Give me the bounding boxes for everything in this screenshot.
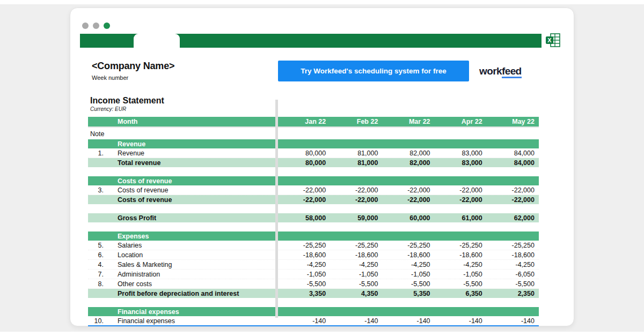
value-cell[interactable]: -22,000 — [487, 186, 539, 194]
value-cell[interactable]: -5,500 — [382, 280, 434, 288]
value-cell[interactable]: -140 — [487, 317, 539, 325]
value-cell[interactable]: -140 — [382, 317, 434, 325]
total-label-cell[interactable]: Profit before depreciation and interest — [88, 289, 278, 298]
value-cell[interactable]: -6,050 — [487, 271, 539, 278]
value-cell[interactable]: -4,250 — [382, 261, 434, 268]
value-cell[interactable]: -4,250 — [487, 261, 539, 268]
workfeed-cta-button[interactable]: Try Workfeed's scheduling system for fre… — [278, 61, 469, 81]
item-label-cell[interactable]: 3.Costs of revenue — [88, 185, 278, 195]
spacer-row — [88, 204, 539, 213]
total-label-cell[interactable]: Gross Profit — [88, 213, 278, 222]
month-header-label[interactable]: Month — [88, 118, 278, 125]
value-cell[interactable]: -25,250 — [330, 242, 382, 249]
month-header-cell[interactable]: Mar 22 — [382, 118, 434, 125]
value-cell[interactable]: -1,050 — [382, 271, 434, 278]
value-cell[interactable]: -140 — [278, 317, 330, 325]
value-cell[interactable]: -22,000 — [382, 186, 434, 194]
value-cell[interactable]: 80,000 — [278, 150, 330, 157]
value-cell[interactable]: -25,250 — [382, 242, 434, 249]
value-cell[interactable]: -4,250 — [278, 261, 330, 268]
currency-note: Currency: EUR — [90, 106, 539, 112]
value-cell[interactable]: -22,000 — [382, 196, 434, 204]
value-cell[interactable]: -18,600 — [278, 251, 330, 259]
total-label-cell[interactable]: Costs of revenue — [88, 195, 278, 204]
value-cell[interactable]: 59,000 — [330, 214, 382, 222]
section-header-label[interactable]: Financial expenses — [88, 308, 539, 316]
value-cell[interactable]: -5,500 — [435, 280, 487, 288]
value-cell[interactable]: 80,000 — [278, 159, 330, 167]
value-cell[interactable]: -18,600 — [487, 251, 539, 259]
value-cell[interactable]: -1,050 — [435, 271, 487, 278]
total-row: Gross Profit58,00059,00060,00061,00062,0… — [88, 213, 539, 222]
value-cell[interactable]: -25,250 — [435, 242, 487, 249]
value-cell[interactable]: -4,250 — [330, 261, 382, 268]
value-cell[interactable]: -22,000 — [435, 186, 487, 194]
item-label-cell[interactable]: 10.Financial expenses — [88, 316, 278, 325]
value-cell[interactable]: -22,000 — [435, 196, 487, 204]
spacer-row — [88, 167, 539, 176]
value-cell[interactable]: 83,000 — [435, 150, 487, 157]
value-cell[interactable]: -5,500 — [487, 280, 539, 288]
row-label: Revenue — [118, 150, 144, 157]
item-label-cell[interactable]: 4.Sales & Marketing — [88, 260, 278, 269]
value-cell[interactable]: -140 — [435, 317, 487, 325]
value-cell[interactable]: -25,250 — [487, 242, 539, 249]
value-cell[interactable]: 62,000 — [487, 214, 539, 222]
value-cell[interactable]: -22,000 — [278, 186, 330, 194]
value-cell[interactable]: 58,000 — [278, 214, 330, 222]
month-header-cell[interactable]: Jan 22 — [278, 118, 330, 125]
value-cell[interactable]: 2,350 — [487, 290, 539, 297]
item-row: 5.Salaries-25,250-25,250-25,250-25,250-2… — [88, 241, 539, 250]
value-cell[interactable]: 4,350 — [330, 290, 382, 297]
value-cell[interactable]: 6,350 — [435, 290, 487, 297]
item-label-cell[interactable]: 8.Other costs — [88, 279, 278, 288]
section-header-label[interactable]: Expenses — [88, 233, 539, 240]
value-cell[interactable]: 84,000 — [487, 150, 539, 157]
value-cell[interactable]: 82,000 — [382, 150, 434, 157]
value-cell[interactable]: -22,000 — [278, 196, 330, 204]
month-header-cell[interactable]: Feb 22 — [330, 118, 382, 125]
section-row: Financial expenses — [88, 307, 539, 316]
value-cell[interactable]: 3,350 — [278, 290, 330, 297]
item-label-cell[interactable]: 5.Salaries — [88, 241, 278, 250]
value-cell[interactable]: -1,050 — [330, 271, 382, 278]
company-block: <Company Name> Week number — [92, 61, 174, 81]
section-header-label[interactable]: Costs of revenue — [88, 177, 539, 185]
section-header-label[interactable]: Revenue — [88, 140, 539, 148]
value-cell[interactable]: -5,500 — [278, 280, 330, 288]
value-cell[interactable]: 82,000 — [382, 159, 434, 167]
item-label-cell[interactable]: 7.Administration — [88, 270, 278, 279]
value-cell[interactable]: 83,000 — [435, 159, 487, 167]
value-cell[interactable]: 5,350 — [382, 290, 434, 297]
value-cell[interactable]: 61,000 — [435, 214, 487, 222]
window-dot-icon[interactable] — [104, 23, 110, 29]
value-cell[interactable]: -18,600 — [330, 251, 382, 259]
value-cell[interactable]: 84,000 — [487, 159, 539, 167]
window-dot-icon[interactable] — [82, 23, 89, 29]
value-cell[interactable]: -140 — [330, 317, 382, 325]
value-cell[interactable]: -1,050 — [278, 271, 330, 278]
value-cell[interactable]: -18,600 — [435, 251, 487, 259]
workfeed-logo-prefix: work — [479, 65, 502, 77]
value-cell[interactable]: -22,000 — [330, 186, 382, 194]
value-cell[interactable]: -5,500 — [330, 280, 382, 288]
value-cell[interactable]: -18,600 — [382, 251, 434, 259]
sheet-tab[interactable] — [134, 34, 180, 48]
value-cell[interactable]: -25,250 — [278, 242, 330, 249]
month-header-cell[interactable]: Apr 22 — [435, 118, 487, 125]
note-number: 8. — [91, 280, 104, 288]
value-cell[interactable]: 81,000 — [330, 150, 382, 157]
value-cell[interactable]: 60,000 — [382, 214, 434, 222]
month-header-cell[interactable]: May 22 — [487, 118, 539, 125]
value-cell[interactable]: 81,000 — [330, 159, 382, 167]
total-row: Total revenue80,00081,00082,00083,00084,… — [88, 158, 539, 167]
item-label-cell[interactable]: 1.Revenue — [88, 148, 278, 158]
value-cell[interactable]: -22,000 — [487, 196, 539, 204]
workfeed-logo-suffix: feed — [502, 65, 522, 78]
item-label-cell[interactable]: 6.Location — [88, 250, 278, 259]
value-cell[interactable]: -22,000 — [330, 196, 382, 204]
value-cell[interactable]: -4,250 — [435, 261, 487, 268]
total-label-cell[interactable]: Total revenue — [88, 158, 278, 167]
note-label[interactable]: Note — [88, 130, 278, 138]
window-dot-icon[interactable] — [93, 23, 99, 29]
